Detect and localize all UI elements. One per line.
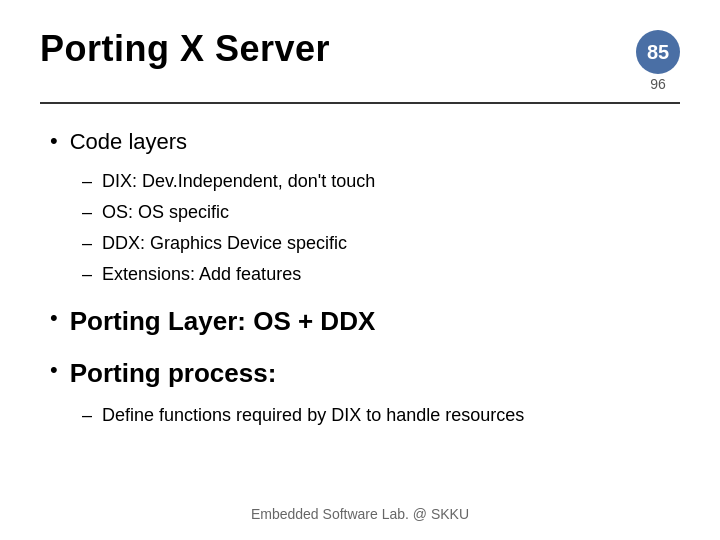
bullet-porting-process: • Porting process: – Define functions re… [50, 357, 680, 428]
sub-item-define: – Define functions required by DIX to ha… [82, 403, 680, 428]
sub-text-ddx: DDX: Graphics Device specific [102, 231, 347, 256]
code-layers-sublist: – DIX: Dev.Independent, don't touch – OS… [82, 169, 680, 288]
sub-item-dix: – DIX: Dev.Independent, don't touch [82, 169, 680, 194]
slide-badge-container: 85 96 [636, 30, 680, 92]
dash-4: – [82, 262, 92, 287]
dash-5: – [82, 403, 92, 428]
bullet-dot-3: • [50, 357, 58, 383]
bullet-item-porting-process: • Porting process: [50, 357, 680, 391]
slide-footer: Embedded Software Lab. @ SKKU [0, 506, 720, 522]
bullet-code-layers: • Code layers – DIX: Dev.Independent, do… [50, 128, 680, 287]
slide-badge-main: 85 [636, 30, 680, 74]
bullet-dot-1: • [50, 128, 58, 154]
bullet-item-porting-layer: • Porting Layer: OS + DDX [50, 305, 680, 339]
bullet-label-porting-layer: Porting Layer: OS + DDX [70, 305, 376, 339]
bullet-label-porting-process: Porting process: [70, 357, 277, 391]
footer-text: Embedded Software Lab. @ SKKU [251, 506, 469, 522]
porting-process-sublist: – Define functions required by DIX to ha… [82, 403, 680, 428]
sub-text-extensions: Extensions: Add features [102, 262, 301, 287]
sub-item-os: – OS: OS specific [82, 200, 680, 225]
dash-3: – [82, 231, 92, 256]
slide-title: Porting X Server [40, 28, 330, 70]
slide-header: Porting X Server 85 96 [40, 28, 680, 104]
sub-item-extensions: – Extensions: Add features [82, 262, 680, 287]
dash-2: – [82, 200, 92, 225]
bullet-porting-layer: • Porting Layer: OS + DDX [50, 305, 680, 339]
slide-content: • Code layers – DIX: Dev.Independent, do… [40, 128, 680, 428]
sub-text-os: OS: OS specific [102, 200, 229, 225]
sub-text-define: Define functions required by DIX to hand… [102, 403, 524, 428]
sub-item-ddx: – DDX: Graphics Device specific [82, 231, 680, 256]
sub-text-dix: DIX: Dev.Independent, don't touch [102, 169, 375, 194]
bullet-item-code-layers: • Code layers [50, 128, 680, 157]
slide: Porting X Server 85 96 • Code layers – D… [0, 0, 720, 540]
bullet-dot-2: • [50, 305, 58, 331]
slide-badge-secondary: 96 [650, 76, 666, 92]
bullet-label-code-layers: Code layers [70, 128, 187, 157]
dash-1: – [82, 169, 92, 194]
